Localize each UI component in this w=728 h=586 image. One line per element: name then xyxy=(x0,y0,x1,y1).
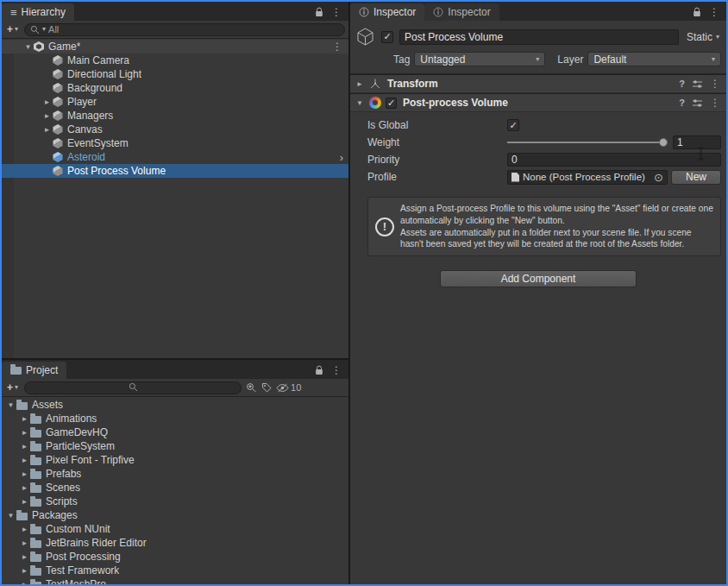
foldout-arrow[interactable]: ► xyxy=(41,98,53,106)
foldout-arrow[interactable]: ► xyxy=(19,498,30,506)
help-icon[interactable]: ? xyxy=(679,79,685,89)
tree-row-scenes[interactable]: ►Scenes xyxy=(2,481,348,495)
tree-row-textmeshpro[interactable]: ►TextMeshPro xyxy=(2,577,348,584)
ppv-properties: Is Global Weight 1 xyxy=(350,112,726,188)
kebab-menu-icon[interactable]: ⋮ xyxy=(710,98,720,108)
tag-dropdown[interactable]: Untagged ▾ xyxy=(414,52,545,66)
hierarchy-search-input[interactable]: ▾ All xyxy=(24,23,345,36)
new-profile-button[interactable]: New xyxy=(671,170,721,185)
static-dropdown[interactable]: Static ▾ xyxy=(685,31,721,43)
foldout-arrow[interactable]: ► xyxy=(19,539,30,547)
tree-row-background[interactable]: Background xyxy=(2,81,348,95)
hidden-packages-toggle[interactable]: 10 xyxy=(276,382,301,393)
tree-row-post-processing[interactable]: ►Post Processing xyxy=(2,550,348,564)
foldout-arrow[interactable]: ► xyxy=(19,457,30,464)
inspector-tabbar: Inspector Inspector ⋮ xyxy=(350,2,726,21)
info-icon: ! xyxy=(375,217,394,236)
row-label: Scenes xyxy=(46,482,80,494)
tree-row-asteroid[interactable]: Asteroid› xyxy=(2,150,348,164)
foldout-arrow[interactable]: ▼ xyxy=(5,512,16,520)
project-search-input[interactable] xyxy=(24,381,242,394)
foldout-arrow[interactable]: ► xyxy=(19,567,30,575)
tree-row-assets[interactable]: ▼Assets xyxy=(2,398,348,412)
tree-row-managers[interactable]: ►Managers xyxy=(2,109,348,123)
add-component-button[interactable]: Add Component xyxy=(440,270,637,287)
kebab-menu-icon[interactable]: ⋮ xyxy=(709,7,719,17)
kebab-menu-icon[interactable]: ⋮ xyxy=(331,365,342,375)
kebab-menu-icon[interactable]: ⋮ xyxy=(332,41,348,53)
tab-project[interactable]: Project xyxy=(2,362,66,379)
foldout-arrow[interactable]: ► xyxy=(19,526,30,533)
slider-handle[interactable] xyxy=(659,138,668,147)
kebab-menu-icon[interactable]: ⋮ xyxy=(710,79,720,89)
search-by-label-icon[interactable] xyxy=(261,382,272,393)
foldout-arrow[interactable]: ► xyxy=(19,553,30,561)
foldout-arrow[interactable]: ► xyxy=(19,429,30,437)
tree-row-prefabs[interactable]: ►Prefabs xyxy=(2,467,348,481)
layer-dropdown[interactable]: Default ▾ xyxy=(587,52,721,66)
foldout-arrow[interactable]: ▼ xyxy=(5,401,16,409)
tree-row-jetbrains-rider-editor[interactable]: ►JetBrains Rider Editor xyxy=(2,536,348,550)
tree-row-eventsystem[interactable]: EventSystem xyxy=(2,136,348,150)
gameobject-cube-icon[interactable] xyxy=(355,27,375,47)
gameobject-icon xyxy=(53,166,63,176)
component-enabled-checkbox[interactable] xyxy=(386,98,397,109)
tab-inspector-2[interactable]: Inspector xyxy=(424,3,499,21)
foldout-arrow[interactable]: ▼ xyxy=(355,99,365,107)
hierarchy-tabbar: ≡ Hierarchy ⋮ xyxy=(2,2,348,21)
search-filter-chevron-icon[interactable]: ▾ xyxy=(42,26,46,33)
transform-component-header[interactable]: ► Transform ? ⋮ xyxy=(350,74,726,93)
lock-icon[interactable] xyxy=(315,7,323,17)
tab-inspector-1[interactable]: Inspector xyxy=(350,3,424,21)
tree-row-canvas[interactable]: ►Canvas xyxy=(2,123,348,136)
profile-object-field[interactable]: None (Post Process Profile) ⊙ xyxy=(507,170,668,185)
tree-row-post-process-volume[interactable]: Post Process Volume xyxy=(2,164,348,178)
row-label: Background xyxy=(67,82,122,94)
tree-row-main-camera[interactable]: Main Camera xyxy=(2,54,348,67)
object-name-input[interactable]: Post Process Volume xyxy=(399,29,679,45)
foldout-arrow[interactable]: ► xyxy=(19,443,30,451)
chevron-down-icon: ▾ xyxy=(15,384,18,391)
search-by-type-icon[interactable] xyxy=(246,382,257,393)
presets-icon[interactable] xyxy=(692,79,703,89)
lock-icon[interactable] xyxy=(315,365,323,375)
prefab-open-chevron-icon[interactable]: › xyxy=(340,152,348,163)
tree-row-animations[interactable]: ►Animations xyxy=(2,412,348,425)
create-asset-button[interactable]: + ▾ xyxy=(5,381,20,394)
foldout-arrow[interactable]: ► xyxy=(355,80,365,88)
tree-row-game[interactable]: ▼Game*⋮ xyxy=(2,40,348,54)
inspector-tabbar-actions: ⋮ xyxy=(693,7,726,21)
object-picker-icon[interactable]: ⊙ xyxy=(654,172,663,183)
tree-row-gamedevhq[interactable]: ►GameDevHQ xyxy=(2,425,348,439)
foldout-arrow[interactable]: ► xyxy=(19,470,30,478)
tree-row-player[interactable]: ►Player xyxy=(2,95,348,109)
foldout-arrow[interactable]: ► xyxy=(41,126,53,134)
tree-row-particlesystem[interactable]: ►ParticleSystem xyxy=(2,439,348,453)
weight-slider[interactable] xyxy=(507,135,669,149)
foldout-arrow[interactable]: ► xyxy=(41,112,53,120)
is-global-checkbox[interactable] xyxy=(507,119,519,131)
tree-row-test-framework[interactable]: ►Test Framework xyxy=(2,564,348,577)
create-object-button[interactable]: + ▾ xyxy=(5,23,20,35)
lock-icon[interactable] xyxy=(693,7,701,17)
tree-row-packages[interactable]: ▼Packages xyxy=(2,508,348,522)
tree-row-scripts[interactable]: ►Scripts xyxy=(2,495,348,508)
folder-icon xyxy=(16,402,28,410)
row-label: Prefabs xyxy=(46,468,81,480)
kebab-menu-icon[interactable]: ⋮ xyxy=(331,7,342,17)
tree-row-directional-light[interactable]: Directional Light xyxy=(2,67,348,81)
tab-hierarchy[interactable]: ≡ Hierarchy xyxy=(2,3,74,21)
tree-row-custom-nunit[interactable]: ►Custom NUnit xyxy=(2,522,348,536)
foldout-arrow[interactable]: ▼ xyxy=(22,43,34,51)
foldout-arrow[interactable]: ► xyxy=(19,415,30,423)
priority-value-field[interactable]: 0 xyxy=(507,153,721,167)
foldout-arrow[interactable]: ► xyxy=(19,484,30,492)
help-icon[interactable]: ? xyxy=(679,98,685,108)
foldout-arrow[interactable]: ► xyxy=(19,581,30,585)
folder-icon xyxy=(30,430,41,438)
active-checkbox[interactable] xyxy=(381,31,393,43)
presets-icon[interactable] xyxy=(692,98,703,108)
post-process-volume-header[interactable]: ▼ Post-process Volume ? ⋮ xyxy=(350,93,726,112)
chevron-down-icon: ▾ xyxy=(15,26,18,33)
tree-row-pixel-font-tripfive[interactable]: ►Pixel Font - Tripfive xyxy=(2,453,348,467)
